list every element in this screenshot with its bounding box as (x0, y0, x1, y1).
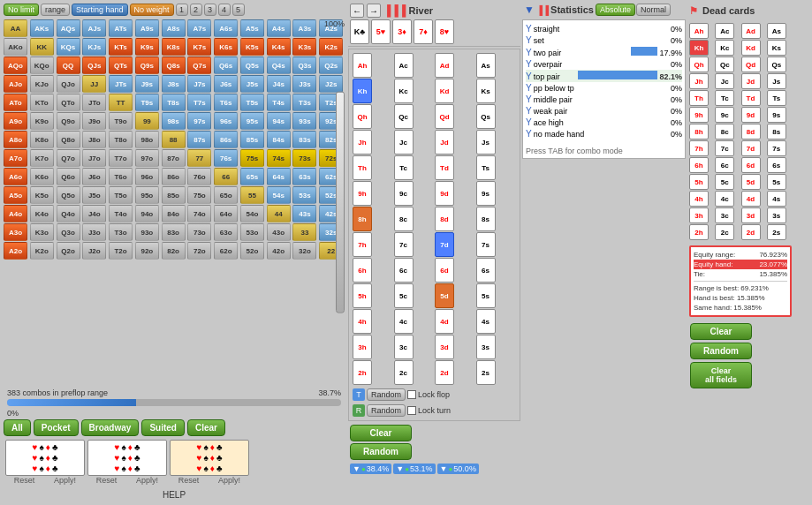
grid-cell-J9s[interactable]: J9s (135, 75, 159, 93)
hand-card-4s[interactable]: 4s (476, 309, 496, 334)
grid-cell-Q5o[interactable]: Q5o (57, 186, 80, 204)
hand-card-4c[interactable]: 4c (394, 309, 414, 334)
right-arrow[interactable]: → (367, 4, 381, 18)
grid-cell-K7s[interactable]: K7s (187, 38, 211, 56)
dead-card-5d[interactable]: 5d (741, 174, 761, 190)
diamond-suit-2a[interactable]: ♦ (128, 442, 133, 452)
grid-cell-93o[interactable]: 93o (135, 223, 159, 241)
num1-btn[interactable]: 1 (176, 4, 188, 16)
grid-cell-T8s[interactable]: T8s (162, 94, 186, 111)
club-suit-3a[interactable]: ♣ (216, 442, 223, 452)
hand-card-Qc[interactable]: Qc (394, 104, 414, 129)
diamond-suit-2c[interactable]: ♦ (128, 464, 133, 473)
grid-cell-QTs[interactable]: QTs (109, 57, 133, 74)
grid-cell-Q3s[interactable]: Q3s (292, 57, 316, 74)
grid-cell-95o[interactable]: 95o (135, 186, 159, 204)
grid-cell-KTo[interactable]: KTo (30, 94, 54, 111)
grid-cell-A7o[interactable]: A7o (4, 149, 27, 167)
dead-card-2c[interactable]: 2c (715, 224, 734, 240)
num4-btn[interactable]: 4 (218, 4, 231, 16)
grid-cell-96s[interactable]: 96s (214, 112, 238, 130)
apply-label-1[interactable]: Apply! (54, 476, 76, 485)
grid-cell-AA[interactable]: AA (4, 19, 27, 37)
grid-cell-65o[interactable]: 65o (214, 186, 238, 204)
grid-cell-82o[interactable]: 82o (162, 242, 186, 260)
hand-card-Td[interactable]: Td (435, 155, 454, 180)
grid-cell-J3s[interactable]: J3s (292, 75, 316, 93)
grid-cell-85o[interactable]: 85o (162, 186, 186, 204)
dead-card-3s[interactable]: 3s (767, 207, 786, 223)
grid-cell-KQo[interactable]: KQo (30, 57, 54, 74)
spade-suit-1[interactable]: ♠ (39, 442, 43, 452)
diamond-suit-3b[interactable]: ♦ (210, 453, 215, 463)
spade-suit-3a[interactable]: ♠ (203, 442, 208, 452)
apply-label-3[interactable]: Apply! (218, 476, 240, 485)
hand-card-As[interactable]: As (476, 53, 496, 78)
grid-cell-Q2o[interactable]: Q2o (57, 242, 80, 260)
heart-suit-2c[interactable]: ♥ (115, 464, 120, 473)
dead-card-As[interactable]: As (767, 23, 786, 39)
grid-cell-73s[interactable]: 73s (292, 149, 316, 167)
grid-cell-76o[interactable]: 76o (187, 168, 211, 185)
dead-card-Jh[interactable]: Jh (689, 73, 709, 89)
hand-card-9h[interactable]: 9h (353, 181, 372, 206)
hand-card-3s[interactable]: 3s (476, 335, 496, 359)
spade-suit-2b[interactable]: ♠ (121, 453, 125, 463)
board-card-3[interactable]: 3♦ (392, 19, 412, 44)
heart-suit-2b[interactable]: ♥ (115, 453, 120, 463)
grid-cell-86o[interactable]: 86o (162, 168, 186, 185)
spade-suit-3b[interactable]: ♠ (203, 453, 208, 463)
hand-card-9d[interactable]: 9d (435, 181, 454, 206)
grid-cell-JTo[interactable]: JTo (82, 94, 106, 111)
grid-cell-55[interactable]: 55 (240, 186, 264, 204)
club-suit-3c[interactable]: ♣ (216, 464, 223, 473)
dead-card-6s[interactable]: 6s (767, 157, 786, 173)
grid-cell-AJs[interactable]: AJs (82, 19, 106, 37)
range-btn[interactable]: range (41, 4, 70, 16)
hand-card-4d[interactable]: 4d (435, 309, 454, 334)
grid-cell-K8o[interactable]: K8o (30, 131, 54, 148)
grid-cell-T2o[interactable]: T2o (109, 242, 133, 260)
grid-cell-T5s[interactable]: T5s (240, 94, 264, 111)
hand-card-6s[interactable]: 6s (476, 258, 496, 283)
dead-card-Ts[interactable]: Ts (767, 90, 786, 106)
dead-card-Jd[interactable]: Jd (741, 73, 761, 89)
reset-label-2[interactable]: Reset (96, 476, 118, 485)
diamond-suit-3a[interactable]: ♦ (210, 442, 215, 452)
dead-card-5h[interactable]: 5h (689, 174, 709, 190)
hand-card-7c[interactable]: 7c (394, 232, 414, 257)
hand-card-8s[interactable]: 8s (476, 207, 496, 231)
hand-card-6c[interactable]: 6c (394, 258, 414, 283)
grid-cell-83s[interactable]: 83s (292, 131, 316, 148)
hand-card-Js[interactable]: Js (476, 130, 496, 155)
dead-card-Jc[interactable]: Jc (715, 73, 734, 89)
grid-cell-65s[interactable]: 65s (240, 168, 264, 185)
grid-cell-A6s[interactable]: A6s (214, 19, 238, 37)
grid-cell-A7s[interactable]: A7s (187, 19, 211, 37)
grid-cell-33[interactable]: 33 (292, 223, 316, 241)
hand-card-2s[interactable]: 2s (476, 360, 496, 385)
grid-cell-A9s[interactable]: A9s (135, 19, 159, 37)
grid-cell-75o[interactable]: 75o (187, 186, 211, 204)
hand-card-8c[interactable]: 8c (394, 207, 414, 231)
clear-hand-btn[interactable]: Clear (187, 419, 225, 436)
grid-cell-86s[interactable]: 86s (214, 131, 238, 148)
dead-card-4c[interactable]: 4c (715, 191, 734, 207)
hand-card-Kd[interactable]: Kd (435, 79, 454, 103)
dead-card-6h[interactable]: 6h (689, 157, 709, 173)
grid-cell-AQo[interactable]: AQo (4, 57, 27, 74)
grid-cell-T7s[interactable]: T7s (187, 94, 211, 111)
grid-cell-Q4s[interactable]: Q4s (267, 57, 291, 74)
grid-cell-A5o[interactable]: A5o (4, 186, 27, 204)
grid-cell-J2s[interactable]: J2s (319, 75, 343, 93)
grid-cell-A3s[interactable]: A3s (292, 19, 316, 37)
grid-cell-74o[interactable]: 74o (187, 205, 211, 222)
grid-cell-99[interactable]: 99 (135, 112, 159, 130)
dead-card-8c[interactable]: 8c (715, 124, 734, 139)
grid-cell-Q7o[interactable]: Q7o (57, 149, 80, 167)
dead-card-4d[interactable]: 4d (741, 191, 761, 207)
grid-cell-QJs[interactable]: QJs (82, 57, 106, 74)
diamond-suit-1b[interactable]: ♦ (46, 453, 50, 463)
grid-cell-63o[interactable]: 63o (214, 223, 238, 241)
reset-label-3[interactable]: Reset (178, 476, 200, 485)
